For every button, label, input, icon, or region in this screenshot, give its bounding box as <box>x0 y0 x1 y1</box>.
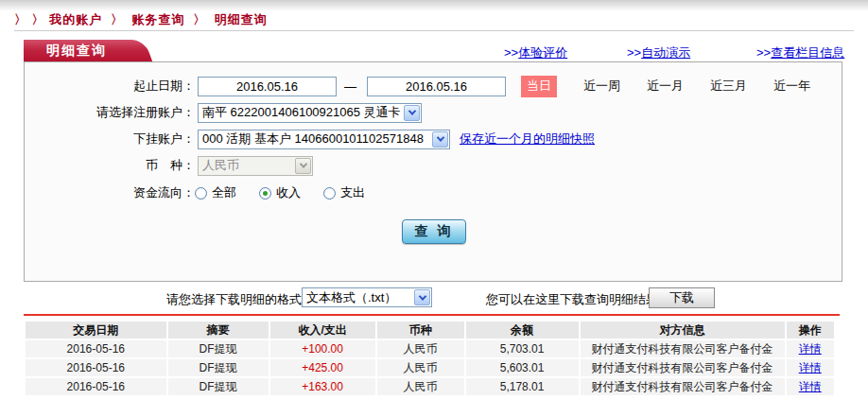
table-row: 2016-05-16 DF提现 +100.00 人民币 5,703.01 财付通… <box>26 340 834 357</box>
flow-option-income-label: 收入 <box>276 184 301 201</box>
breadcrumb-prefix: 〉 〉 <box>14 12 45 26</box>
download-button[interactable]: 下载 <box>649 287 715 308</box>
experience-rating-link[interactable]: >>体验评价 <box>504 44 567 61</box>
chevron-down-icon[interactable] <box>404 105 420 121</box>
breadcrumb-separator: 〉 <box>111 12 124 26</box>
date-range-row: 起止日期： — 当日 近一周 近一月 近三月 近一年 <box>36 76 810 96</box>
cell-currency: 人民币 <box>377 340 464 357</box>
quick-range-quarter[interactable]: 近三月 <box>710 78 747 95</box>
currency-select: 人民币 <box>198 156 313 176</box>
query-button[interactable]: 查 询 <box>402 219 466 244</box>
detail-link[interactable]: 详情 <box>799 342 822 356</box>
currency-row: 币 种： 人民币 <box>36 155 313 176</box>
flow-option-income[interactable]: 收入 <box>259 184 301 201</box>
detail-link[interactable]: 详情 <box>799 361 822 374</box>
table-row: 2016-05-16 DF提现 +163.00 人民币 5,178.01 财付通… <box>26 378 834 395</box>
date-dash: — <box>344 79 356 94</box>
sub-account-label: 下挂账户： <box>36 130 195 148</box>
sub-account-value: 000 活期 基本户 1406600101102571848 <box>199 130 431 148</box>
sub-account-row: 下挂账户： 000 活期 基本户 1406600101102571848 保存近… <box>36 129 595 149</box>
breadcrumb-item-my-account[interactable]: 我的账户 <box>49 12 102 26</box>
header-action: 操作 <box>787 321 835 339</box>
cell-date: 2016-05-16 <box>26 359 166 376</box>
date-range-label: 起止日期： <box>36 78 195 95</box>
chevron-down-icon[interactable] <box>432 131 448 148</box>
header-amount: 收入/支出 <box>270 321 375 339</box>
top-links: >>体验评价 >>自动演示 >>查看栏目信息 <box>0 44 868 60</box>
quick-range-today[interactable]: 当日 <box>521 76 557 97</box>
breadcrumb-item-detail-query[interactable]: 明细查询 <box>215 12 268 26</box>
cell-counterparty: 财付通支付科技有限公司客户备付金 <box>581 340 785 357</box>
breadcrumb: 〉 〉 我的账户 〉 账务查询 〉 明细查询 <box>14 11 268 28</box>
chevron-down-icon[interactable] <box>414 289 430 305</box>
date-to-input[interactable] <box>367 77 506 96</box>
auto-demo-link[interactable]: >>自动演示 <box>627 44 690 61</box>
cell-summary: DF提现 <box>168 378 269 395</box>
header-currency: 币种 <box>377 321 464 339</box>
flow-option-expense[interactable]: 支出 <box>323 184 365 201</box>
radio-icon[interactable] <box>323 187 336 200</box>
radio-checked-icon[interactable] <box>259 187 271 200</box>
header-counterparty: 对方信息 <box>581 321 785 339</box>
view-column-info-link[interactable]: >>查看栏目信息 <box>756 44 844 61</box>
registered-account-value: 南平 6222001406100921065 灵通卡 <box>199 104 403 121</box>
radio-icon[interactable] <box>195 187 207 200</box>
cell-date: 2016-05-16 <box>26 378 166 395</box>
transaction-table: 交易日期 摘要 收入/支出 币种 余额 对方信息 操作 2016-05-16 D… <box>26 321 834 397</box>
download-format-value: 文本格式（.txt） <box>303 289 413 306</box>
save-snapshot-link[interactable]: 保存近一个月的明细快照 <box>460 130 595 148</box>
registered-account-label: 请选择注册账户： <box>36 104 195 121</box>
currency-label: 币 种： <box>36 157 195 174</box>
table-top-red-divider <box>24 314 840 316</box>
breadcrumb-item-account-query[interactable]: 账务查询 <box>132 12 185 26</box>
flow-option-all-label: 全部 <box>212 184 236 201</box>
fund-flow-row: 资金流向： 全部 收入 支出 <box>36 182 388 203</box>
cell-balance: 5,178.01 <box>466 378 579 395</box>
chevron-down-icon <box>295 158 311 174</box>
header-balance: 余额 <box>466 321 579 339</box>
breadcrumb-divider <box>14 30 854 31</box>
detail-link[interactable]: 详情 <box>799 380 822 393</box>
table-header-row: 交易日期 摘要 收入/支出 币种 余额 对方信息 操作 <box>26 321 834 339</box>
cell-date: 2016-05-16 <box>26 340 166 357</box>
table-row: 2016-05-16 DF提现 +425.00 人民币 5,603.01 财付通… <box>26 359 834 376</box>
cell-balance: 5,603.01 <box>466 359 579 376</box>
flow-option-expense-label: 支出 <box>340 184 365 201</box>
registered-account-row: 请选择注册账户： 南平 6222001406100921065 灵通卡 <box>36 102 422 123</box>
date-from-input[interactable] <box>198 77 337 96</box>
header-summary: 摘要 <box>168 321 269 339</box>
cell-currency: 人民币 <box>377 359 464 376</box>
sub-account-select[interactable]: 000 活期 基本户 1406600101102571848 <box>198 130 450 149</box>
quick-range-week[interactable]: 近一周 <box>583 78 620 95</box>
quick-range-year[interactable]: 近一年 <box>773 78 810 95</box>
cell-currency: 人民币 <box>377 378 464 395</box>
header-date: 交易日期 <box>26 321 166 339</box>
currency-value: 人民币 <box>199 157 294 174</box>
cell-amount: +425.00 <box>270 359 375 376</box>
cell-amount: +100.00 <box>270 340 375 357</box>
cell-summary: DF提现 <box>168 359 269 376</box>
quick-range-month[interactable]: 近一月 <box>647 78 684 95</box>
download-format-label: 请您选择下载明细的格式 <box>166 291 302 308</box>
flow-option-all[interactable]: 全部 <box>195 184 236 201</box>
cell-amount: +163.00 <box>270 378 375 395</box>
download-row: 请您选择下载明细的格式 文本格式（.txt） 您可以在这里下载查询明细结果 下载 <box>0 287 868 309</box>
download-format-select[interactable]: 文本格式（.txt） <box>302 287 432 307</box>
top-gradient-band <box>0 0 868 11</box>
cell-summary: DF提现 <box>168 340 269 357</box>
download-hint: 您可以在这里下载查询明细结果 <box>486 291 658 308</box>
cell-counterparty: 财付通支付科技有限公司客户备付金 <box>581 359 785 376</box>
fund-flow-label: 资金流向： <box>36 184 195 201</box>
cell-balance: 5,703.01 <box>466 340 579 357</box>
cell-counterparty: 财付通支付科技有限公司客户备付金 <box>581 378 785 395</box>
breadcrumb-separator: 〉 <box>193 12 206 26</box>
query-form-panel: 起止日期： — 当日 近一周 近一月 近三月 近一年 请选择注册账户： 南平 6… <box>24 61 842 282</box>
registered-account-select[interactable]: 南平 6222001406100921065 灵通卡 <box>198 103 422 123</box>
detail-query-page: 〉 〉 我的账户 〉 账务查询 〉 明细查询 明细查询 >>体验评价 >>自动演… <box>0 0 868 417</box>
